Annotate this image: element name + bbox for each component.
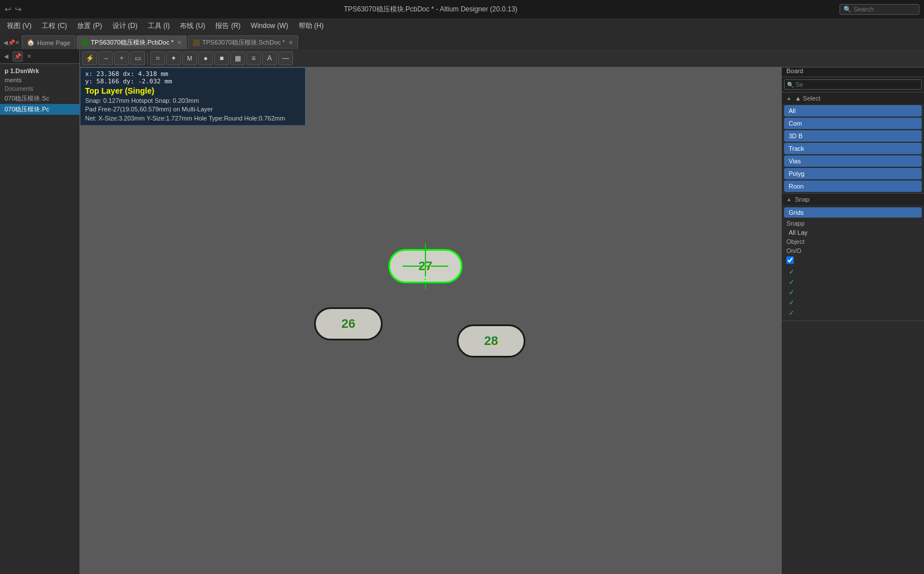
toolbar-grid-btn[interactable]: ▦ [230,51,245,65]
toolbar-arrow-btn[interactable]: → [98,51,113,65]
snap-section: ▲ Snap Grids Snapp All Lay Object On/O ✓… [782,194,924,321]
right-panel: Propert Board 🔍 ▲ ▲ Select All Com 3D B … [781,49,924,574]
filter-all-btn[interactable]: All [784,105,922,117]
sidebar-close-btn[interactable]: ✕ [25,53,33,60]
menu-item-window[interactable]: Window (W) [246,21,292,31]
filter-polyg-btn[interactable]: Polyg [784,168,922,179]
pcb-pad-26[interactable]: 26 [314,307,383,340]
toolbar-circle-btn[interactable]: ● [198,51,213,65]
tab-pcbdoc[interactable]: TPS63070稳压模块.PcbDoc * ✕ [77,35,187,49]
toolbar-m-btn[interactable]: M [182,51,197,65]
toolbar: ⚡ → ＋ ▭ ⌗ ✦ M ● ■ ▦ ≡ A ― [80,49,924,67]
toolbar-eq-btn[interactable]: ≡ [246,51,261,65]
right-search-area[interactable]: 🔍 [782,77,924,93]
filter-com-btn[interactable]: Com [784,118,922,129]
coord-line2: y: 58.166 dy: -2.032 mm [85,78,300,85]
redo-button[interactable]: ↪ [15,5,22,14]
search-icon: 🔍 [843,6,851,13]
toolbar-chart-btn[interactable]: ⌗ [150,51,165,65]
left-sidebar: ◀ 📌 ✕ p 1.DsnWrk ments Documents 070稳压模块… [0,49,80,574]
check-mark-4: ✓ [789,299,794,307]
menu-item-design[interactable]: 设计 (D) [108,20,142,32]
tab-sch-close[interactable]: ✕ [288,39,293,46]
menu-item-view[interactable]: 视图 (V) [2,20,36,32]
tab-sidebar-pin[interactable]: ◀ 📌 ✕ [1,35,22,49]
tab-home[interactable]: 🏠 Home Page [22,35,75,49]
coord-detail1: Snap: 0.127mm Hotspot Snap: 0.203mm [85,97,300,105]
sidebar-pin-btn[interactable]: 📌 [13,51,23,62]
main-canvas[interactable]: 26 27 ↕ 28 [80,67,781,574]
layer-name: Top Layer (Single) [85,86,300,95]
check-item-1: ✓ [784,267,922,277]
search-input[interactable] [854,6,905,13]
toolbar-add-btn[interactable]: ＋ [114,51,129,65]
menu-item-tools[interactable]: 工具 (I) [143,20,175,32]
snap-object-label: Object [784,237,922,246]
home-icon: 🏠 [27,39,35,46]
toolbar-sep1 [147,53,148,64]
tab-pcb-close[interactable]: ✕ [177,39,182,46]
toolbar-line-btn[interactable]: ― [278,51,293,65]
app-title: TPS63070稳压模块.PcbDoc * - Altium Designer … [22,5,839,14]
coord-detail2: Pad Free-27(19.05,60.579mm) on Multi-Lay… [85,105,300,114]
filter-vias-btn[interactable]: Vias [784,155,922,167]
pcb-icon [82,39,89,46]
tab-bar: ◀ 📌 ✕ 🏠 Home Page TPS63070稳压模块.PcbDoc * … [0,33,924,49]
sidebar-top-bar: ◀ 📌 ✕ [0,49,79,64]
snap-arrow-icon: ▲ [786,196,792,202]
menu-item-place[interactable]: 放置 (P) [73,20,106,32]
coord-box: x: 23.368 dx: 4.318 mm y: 58.166 dy: -2.… [80,67,306,126]
pcb-pad-27[interactable]: 27 ↕ [388,249,463,283]
pad-number-26: 26 [342,316,355,331]
check-item-3: ✓ [784,287,922,298]
snap-onoff-label: On/O [784,246,922,255]
pad-number-28: 28 [484,334,498,348]
tab-schdoc[interactable]: TPS63070稳压模块.SchDoc * ✕ [188,35,298,49]
snap-content: Grids Snapp All Lay Object On/O ✓ ✓ ✓ ✓ … [782,205,924,320]
coord-detail3: Net: X-Size:3.203mm Y-Size:1.727mm Hole … [85,114,300,123]
sch-icon [193,39,200,46]
check-mark-3: ✓ [789,288,794,296]
pcb-pad-28[interactable]: 28 [457,324,525,358]
search-area[interactable]: 🔍 [839,4,919,15]
right-search-icon: 🔍 [787,82,794,88]
pad-number-27: 27 [419,259,432,274]
select-section-header[interactable]: ▲ ▲ Select [782,93,924,104]
snap-snapping-value: All Lay [784,228,922,237]
toolbar-filter-btn[interactable]: ⚡ [82,51,97,65]
menu-item-route[interactable]: 布线 (U) [175,20,210,32]
menu-bar: 视图 (V) 工程 (C) 放置 (P) 设计 (D) 工具 (I) 布线 (U… [0,18,924,33]
check-mark-1: ✓ [789,268,794,276]
select-arrow-icon: ▲ [786,95,792,101]
sidebar-documents-header: Documents [0,85,79,93]
filter-room-btn[interactable]: Roon [784,180,922,192]
snap-grids-btn[interactable]: Grids [784,207,922,218]
check-item-4: ✓ [784,298,922,308]
cursor-indicator: ↕ [423,274,428,284]
sidebar-documents-label: ments [0,75,79,85]
toolbar-rect-btn[interactable]: ▭ [130,51,145,65]
check-item-2: ✓ [784,277,922,287]
sidebar-item-pc[interactable]: 070稳压模块.Pc [0,104,79,115]
undo-button[interactable]: ↩ [5,5,11,14]
check-mark-2: ✓ [789,278,794,286]
toolbar-square-btn[interactable]: ■ [214,51,229,65]
menu-item-report[interactable]: 报告 (R) [211,20,245,32]
sidebar-collapse-btn[interactable]: ◀ [2,53,10,60]
check-mark-5: ✓ [789,309,794,317]
sidebar-project-name: p 1.DsnWrk [0,64,79,75]
title-bar: ↩ ↪ TPS63070稳压模块.PcbDoc * - Altium Desig… [0,0,924,18]
select-section: ▲ ▲ Select All Com 3D B Track Vias Polyg… [782,93,924,194]
menu-item-project[interactable]: 工程 (C) [37,20,71,32]
menu-item-help[interactable]: 帮助 (H) [294,20,328,32]
snap-snapping-label: Snapp [784,219,922,228]
snap-section-header[interactable]: ▲ Snap [782,194,924,205]
toolbar-a-btn[interactable]: A [262,51,277,65]
toolbar-star-btn[interactable]: ✦ [166,51,181,65]
snap-onoff-checkbox[interactable] [786,256,794,264]
filter-track-btn[interactable]: Track [784,143,922,154]
filter-3db-btn[interactable]: 3D B [784,130,922,142]
right-search-input[interactable] [796,81,919,88]
sidebar-item-sc[interactable]: 070稳压模块.Sc [0,93,79,104]
coord-line1: x: 23.368 dx: 4.318 mm [85,70,300,78]
